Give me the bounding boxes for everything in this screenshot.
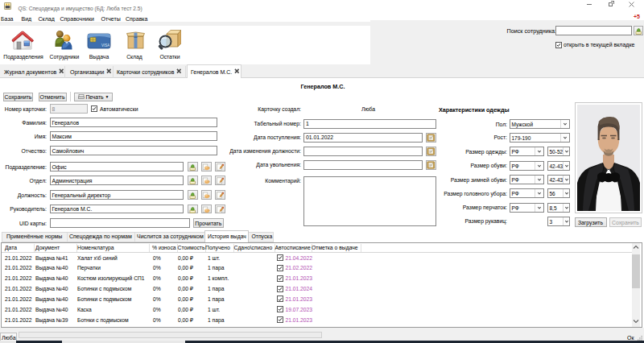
svg-text:VISA: VISA (101, 43, 109, 48)
